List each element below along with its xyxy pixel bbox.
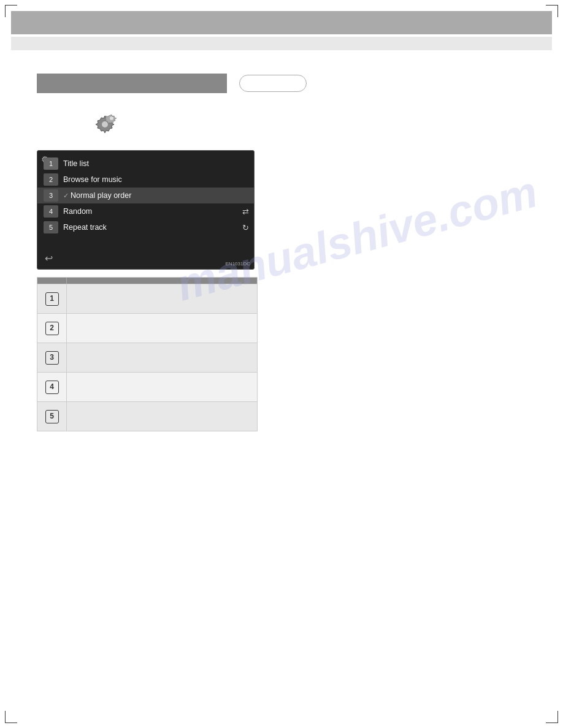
table-row: 2: [37, 313, 257, 343]
gear-icon: [92, 113, 118, 135]
table-header-num: [37, 278, 67, 284]
corner-mark-br: [546, 711, 558, 723]
num-badge-3: 3: [45, 351, 59, 365]
table-cell-num-4: 4: [37, 373, 67, 401]
menu-item-text-1: Title list: [63, 159, 249, 168]
menu-item-3[interactable]: 3 ✓ Normal play order: [37, 188, 254, 203]
settings-icon-container: [92, 113, 121, 138]
menu-item-5[interactable]: 5 Repeat track ↻: [37, 219, 254, 235]
table-row: 1: [37, 284, 257, 313]
table-cell-num-1: 1: [37, 284, 67, 313]
back-button[interactable]: ↩: [45, 252, 53, 264]
table-row: 3: [37, 343, 257, 372]
section-header: [37, 74, 227, 93]
corner-mark-bl: [5, 711, 17, 723]
table-cell-desc-3: [67, 343, 257, 372]
menu-item-num-2: 2: [44, 173, 58, 186]
table-header: [37, 278, 257, 284]
pill-button[interactable]: [239, 75, 307, 92]
menu-item-num-5: 5: [44, 221, 58, 233]
checkmark-icon: ✓: [63, 192, 69, 200]
table-header-desc: [67, 278, 257, 284]
repeat-icon: ↻: [242, 223, 249, 232]
menu-item-num-3: 3: [44, 189, 58, 202]
menu-screen-inner: ⚙ 1 Title list 2 Browse for music 3 ✓ No…: [37, 151, 254, 240]
menu-item-text-5: Repeat track: [63, 223, 242, 232]
num-badge-2: 2: [45, 322, 59, 335]
menu-screen: ⚙ 1 Title list 2 Browse for music 3 ✓ No…: [37, 150, 255, 270]
menu-item-2[interactable]: 2 Browse for music: [37, 172, 254, 188]
num-badge-5: 5: [45, 410, 59, 423]
table-row: 4: [37, 372, 257, 401]
table-row: 5: [37, 401, 257, 431]
menu-item-text-2: Browse for music: [63, 175, 249, 184]
table-cell-num-5: 5: [37, 402, 67, 431]
svg-point-3: [110, 116, 113, 120]
table-cell-desc-2: [67, 314, 257, 343]
menu-code: EN1031DC: [226, 261, 250, 267]
table-cell-num-2: 2: [37, 314, 67, 343]
menu-item-4[interactable]: 4 Random ⇄: [37, 203, 254, 219]
menu-item-num-1: 1: [44, 157, 58, 170]
table-cell-desc-1: [67, 284, 257, 313]
menu-item-1[interactable]: 1 Title list: [37, 156, 254, 172]
svg-point-1: [102, 121, 108, 127]
menu-item-text-4: Random: [63, 207, 242, 216]
sub-bar: [11, 37, 552, 50]
table-cell-desc-4: [67, 373, 257, 401]
random-icon: ⇄: [242, 207, 249, 216]
num-badge-4: 4: [45, 381, 59, 394]
table-cell-num-3: 3: [37, 343, 67, 372]
table-cell-desc-5: [67, 402, 257, 431]
menu-item-num-4: 4: [44, 205, 58, 218]
top-bar: [11, 11, 552, 34]
num-badge-1: 1: [45, 292, 59, 306]
menu-item-text-3: Normal play order: [71, 191, 249, 200]
table: 1 2 3 4 5: [37, 277, 258, 431]
